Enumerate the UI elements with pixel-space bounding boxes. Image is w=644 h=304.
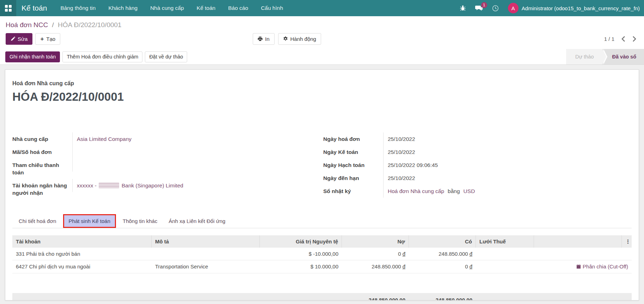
message-count-badge: 1 (481, 2, 487, 8)
bill-reference-label: Mã/Số hoá đơn (12, 145, 72, 159)
activities-button[interactable] (492, 5, 499, 12)
document-buttons: In Hành động (253, 33, 321, 45)
payment-reference-field: Tham chiếu thanh toán (12, 159, 210, 179)
field-groups: Nhà cung cấp Asia Limited Company Mã/Số … (12, 132, 632, 199)
menu-accounting[interactable]: Kế toán (197, 5, 215, 11)
print-button-label: In (265, 36, 270, 42)
cell-description: Transportation Service (152, 260, 260, 273)
control-panel: Hoá đơn NCC / HÓA Đ/2022/10/0001 Sửa + T… (0, 16, 644, 49)
messages-button[interactable]: 1 (475, 5, 483, 12)
edit-button[interactable]: Sửa (6, 33, 32, 45)
cell-tax-grid (476, 248, 534, 260)
journal-in-text: bằng (448, 188, 460, 194)
pager-previous-button[interactable] (621, 36, 625, 42)
total-debit: 248.850.000,00 (342, 293, 409, 300)
menu-configuration[interactable]: Cấu hình (261, 5, 283, 11)
column-credit[interactable]: Có (409, 235, 476, 248)
cell-debit: 0đ (342, 248, 409, 260)
clock-icon (492, 5, 499, 12)
cutoff-button[interactable]: Phân chia (Cut-Off) (576, 263, 628, 270)
breadcrumb: Hoá đơn NCC / HÓA Đ/2022/10/0001 (6, 20, 638, 30)
journal-field: Sổ nhật ký Hoá đơn Nhà cung cấpbằngUSD (323, 185, 551, 198)
cell-debit: 248.850.000đ (342, 260, 409, 273)
invoice-date-value: 25/10/2022 (383, 132, 551, 145)
menu-customers[interactable]: Khách hàng (108, 5, 137, 11)
cell-credit: 248.850.000đ (409, 248, 476, 260)
app-title[interactable]: Kế toán (16, 4, 54, 12)
breadcrumb-vendor-bills[interactable]: Hoá đơn NCC (6, 21, 48, 29)
left-field-group: Nhà cung cấp Asia Limited Company Mã/Số … (12, 132, 210, 199)
reset-to-draft-button[interactable]: Đặt về dự thảo (145, 51, 187, 62)
document-type-label: Hoá đơn Nhà cung cấp (12, 80, 632, 87)
record-buttons: Sửa + Tạo (6, 33, 60, 45)
payment-reference-label: Tham chiếu thanh toán (12, 159, 72, 179)
cell-account: 331 Phải trả cho người bán (12, 248, 152, 260)
tab-journal-items[interactable]: Phát sinh Kế toán (63, 214, 116, 228)
currency-unit: đ (403, 263, 405, 269)
journal-label: Sổ nhật ký (323, 185, 383, 198)
user-name: Administrator (odoo15_to_bank_currency_r… (522, 5, 640, 11)
state-draft[interactable]: Dự thảo (566, 49, 602, 64)
journal-currency-link[interactable]: USD (464, 188, 475, 194)
table-row[interactable]: 6427 Chi phí dịch vụ mua ngoài Transport… (12, 260, 632, 273)
state-posted[interactable]: Đã vào sổ (602, 49, 644, 64)
vendor-field: Nhà cung cấp Asia Limited Company (12, 132, 210, 145)
action-buttons-row: Sửa + Tạo In Hành động 1 / 1 (6, 33, 638, 45)
vendor-value-link[interactable]: Asia Limited Company (77, 136, 131, 142)
accounting-date-label: Ngày Kế toán (323, 145, 383, 159)
cell-credit: 0đ (409, 260, 476, 273)
cutoff-label: Phân chia (Cut-Off) (583, 263, 628, 270)
menu-reporting[interactable]: Báo cáo (228, 5, 248, 11)
tab-invoice-lines[interactable]: Chi tiết hoá đơn (13, 214, 62, 228)
bank-account-link[interactable]: xxxxxx -Bank (Singapore) Limited (77, 182, 183, 188)
column-account[interactable]: Tài khoản (12, 235, 152, 248)
column-extra (534, 235, 622, 248)
pager: 1 / 1 (604, 36, 638, 42)
action-menu-button[interactable]: Hành động (278, 33, 321, 45)
due-date-value: 25/10/2022 (383, 172, 551, 185)
calendar-icon (576, 264, 581, 269)
statusbar-buttons: Ghi nhận thanh toán Thêm Hoá đơn điều ch… (5, 51, 187, 62)
currency-unit: đ (470, 263, 472, 269)
debug-button[interactable] (460, 5, 466, 11)
menu-dashboard[interactable]: Bảng thông tin (60, 5, 96, 11)
payment-reference-value (72, 159, 210, 172)
apps-menu-button[interactable] (0, 0, 16, 16)
posting-date-value: 25/10/2022 09:06:45 (383, 159, 551, 172)
accounting-date-field: Ngày Kế toán 25/10/2022 (323, 145, 551, 159)
bug-icon (460, 5, 466, 11)
main-menu: Bảng thông tin Khách hàng Nhà cung cấp K… (60, 5, 283, 11)
create-button[interactable]: + Tạo (35, 33, 60, 45)
invoice-sheet: Hoá đơn Nhà cung cấp HÓA Đ/2022/10/0001 … (5, 69, 639, 300)
column-currency-value[interactable]: Giá trị Nguyên tệ (260, 235, 342, 248)
print-button[interactable]: In (253, 33, 275, 45)
table-header: Tài khoản Mô tả Giá trị Nguyên tệ Nợ Có … (12, 235, 632, 248)
column-tax-grid[interactable]: Lưới Thuế (476, 235, 534, 248)
register-payment-button[interactable]: Ghi nhận thanh toán (5, 51, 60, 62)
optional-columns-button[interactable]: ⋮ (622, 235, 632, 248)
form-view: Hoá đơn Nhà cung cấp HÓA Đ/2022/10/0001 … (0, 65, 644, 300)
bank-account-suffix: Bank (Singapore) Limited (122, 182, 183, 188)
invoice-date-field: Ngày hoá đơn 25/10/2022 (323, 132, 551, 145)
bank-account-prefix: xxxxxx - (77, 182, 97, 188)
accounting-date-value: 25/10/2022 (383, 145, 551, 159)
journal-value-link[interactable]: Hoá đơn Nhà cung cấp (388, 188, 444, 194)
menu-vendors[interactable]: Nhà cung cấp (150, 5, 184, 11)
tab-counterpart-mapping[interactable]: Ánh xạ Liên kết Đối ứng (163, 214, 231, 228)
state-widget: Dự thảo Đã vào sổ (566, 49, 644, 64)
tab-other-info[interactable]: Thông tin khác (117, 214, 163, 228)
table-row[interactable]: 331 Phải trả cho người bán $ -10.000,00 … (12, 248, 632, 260)
redacted-bank-name (99, 182, 119, 188)
apps-grid-icon (5, 5, 12, 12)
cell-cutoff (534, 248, 632, 260)
add-credit-note-button[interactable]: Thêm Hoá đơn điều chỉnh giảm (62, 51, 142, 62)
gear-icon (283, 36, 288, 41)
user-menu[interactable]: A Administrator (odoo15_to_bank_currency… (508, 3, 640, 13)
posting-date-label: Ngày Hạch toán (323, 159, 383, 172)
column-debit[interactable]: Nợ (342, 235, 409, 248)
totals-row: 248.850.000,00 248.850.000,00 (12, 293, 632, 300)
pager-next-button[interactable] (632, 36, 636, 42)
breadcrumb-current: HÓA Đ/2022/10/0001 (58, 21, 122, 29)
column-description[interactable]: Mô tả (152, 235, 260, 248)
chevron-right-icon (632, 36, 636, 42)
